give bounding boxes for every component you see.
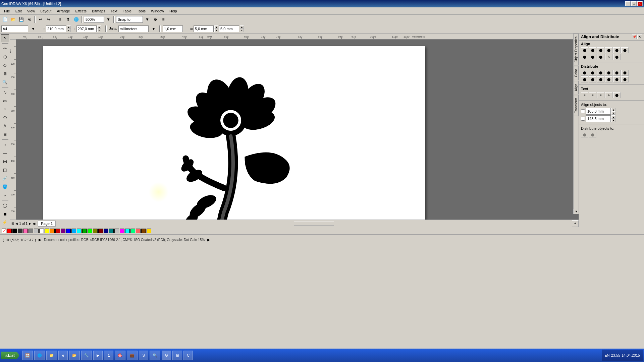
nudge-value[interactable]: 1,0 mm [163, 25, 183, 32]
color-swatch-gold[interactable] [147, 229, 151, 233]
taskbar-cdr[interactable]: C [183, 351, 193, 360]
import-button[interactable]: ⬇ [56, 16, 64, 23]
color-swatch-ltgreen[interactable] [88, 229, 92, 233]
align-x-input[interactable]: 105,0 mm [586, 108, 611, 115]
start-button[interactable]: start [1, 352, 19, 359]
dist-obj-btn2[interactable]: ⬤ [589, 132, 596, 138]
text-tool[interactable]: A [1, 122, 9, 130]
menu-table[interactable]: Table [120, 8, 134, 14]
text-align-right[interactable]: ≡ [597, 92, 604, 98]
ellipse-tool[interactable]: ○ [1, 105, 9, 113]
color-swatch-dark[interactable] [18, 229, 22, 233]
color-swatch-teal[interactable] [109, 229, 114, 233]
align-opt4[interactable]: A [605, 54, 612, 60]
canvas-area[interactable]: Mouse button left Mouse button left Mous… [16, 40, 579, 220]
smart-fill-tool[interactable]: ⬦ [1, 191, 9, 199]
taskbar-explorer[interactable]: 📁 [46, 351, 57, 360]
smart-draw-tool[interactable]: ⬡ [1, 53, 9, 61]
taskbar-media[interactable]: ▶ [93, 351, 103, 360]
dist-btn4[interactable]: ⬤ [605, 70, 612, 76]
no-fill-swatch[interactable] [2, 229, 6, 233]
maximize-button[interactable]: □ [631, 1, 637, 6]
text-align-left[interactable]: ≡ [581, 92, 588, 98]
vscroll-down[interactable]: ▼ [574, 209, 579, 214]
tab-color[interactable]: Color [573, 66, 579, 80]
taskbar-app1[interactable]: 🎯 [115, 351, 125, 360]
taskbar-search[interactable]: 🔍 [150, 351, 160, 360]
units-select[interactable]: millimeters [118, 25, 149, 32]
connector-tool[interactable]: — [1, 149, 9, 157]
align-center-v-btn[interactable]: ⬤ [613, 47, 621, 53]
color-swatch-brown[interactable] [141, 229, 146, 233]
menu-edit[interactable]: Edit [13, 8, 24, 14]
color-swatch-coral[interactable] [136, 229, 141, 233]
snap-dropdown[interactable]: ▼ [144, 16, 151, 23]
zoom-tool[interactable]: 🔍 [1, 78, 9, 86]
x-value[interactable]: 210,0 mm [46, 25, 66, 32]
text-align-justify[interactable]: A [605, 92, 612, 98]
last-page-btn[interactable]: ⏭ [33, 222, 36, 226]
gx-down[interactable]: ▼ [214, 29, 218, 32]
color-swatch-yellow[interactable] [45, 229, 49, 233]
align-checkbox[interactable] [581, 109, 585, 113]
dist-btn9[interactable]: ⬤ [597, 76, 604, 82]
align-center-h-btn[interactable]: ⬤ [589, 47, 596, 53]
menu-bitmaps[interactable]: Bitmaps [89, 8, 108, 14]
color-swatch-red2[interactable] [55, 229, 60, 233]
zoom-in-btn[interactable]: + [572, 220, 579, 227]
color-swatch-ltblue[interactable] [71, 229, 76, 233]
color-swatch-x[interactable] [7, 229, 12, 233]
tab-object-properties[interactable]: Object Properties [573, 34, 579, 65]
color-swatch-cyan[interactable] [77, 229, 82, 233]
color-swatch-lightgray[interactable] [34, 229, 39, 233]
align-opt2[interactable]: ⬤ [589, 54, 596, 60]
dist-btn5[interactable]: ⬤ [613, 70, 621, 76]
dist-obj-btn1[interactable]: ⬤ [581, 132, 588, 138]
minimize-button[interactable]: ─ [625, 1, 631, 6]
color-swatch-olive[interactable] [93, 229, 98, 233]
menu-text[interactable]: Text [108, 8, 120, 14]
panel-pin-btn[interactable]: 📌 [632, 35, 637, 39]
dist-btn2[interactable]: ⬤ [589, 70, 596, 76]
add-page-icon[interactable]: ⊞ [11, 222, 14, 225]
menu-view[interactable]: View [24, 8, 38, 14]
menu-file[interactable]: File [1, 8, 13, 14]
fill-dialog-tool[interactable]: ◼ [1, 210, 9, 218]
color-swatch-pink[interactable] [23, 229, 28, 233]
print-button[interactable]: 🖨 [25, 16, 33, 23]
dist-btn1[interactable]: ⬤ [581, 70, 588, 76]
menu-arrange[interactable]: Arrange [54, 8, 72, 14]
align-opt5[interactable]: ⬤ [613, 54, 621, 60]
color-swatch-blue[interactable] [66, 229, 71, 233]
align-bottom-btn[interactable]: ⬤ [621, 47, 629, 53]
tab-align[interactable]: Align [573, 81, 579, 94]
hscroll-thumb[interactable] [294, 222, 334, 226]
outline-tool[interactable]: ◯ [1, 201, 9, 209]
grid-x-value[interactable]: 5,0 mm [194, 25, 214, 32]
dist-btn11[interactable]: ⬤ [613, 76, 621, 82]
taskbar-app2[interactable]: 💼 [127, 351, 138, 360]
polygon-tool[interactable]: ⬠ [1, 114, 9, 122]
menu-window[interactable]: Window [148, 8, 167, 14]
shape-tool[interactable]: ◇ [1, 61, 9, 69]
dist-btn3[interactable]: ⬤ [597, 70, 604, 76]
color-swatch-navy[interactable] [104, 229, 108, 233]
selector-dropdown[interactable]: ▼ [30, 25, 37, 33]
taskbar-monitor[interactable]: 🖥 [172, 351, 182, 360]
gx-up[interactable]: ▲ [214, 25, 218, 29]
align-y-up[interactable]: ▲ [611, 115, 615, 119]
export-button[interactable]: ⬆ [64, 16, 72, 23]
taskbar-tools[interactable]: 🔧 [81, 351, 92, 360]
color-swatch-purple[interactable] [61, 229, 65, 233]
object-selector[interactable]: A4 [1, 25, 28, 32]
select-tool[interactable]: ↖ [1, 34, 9, 42]
save-button[interactable]: 💾 [17, 16, 25, 23]
align-x-down[interactable]: ▼ [611, 111, 615, 115]
color-swatch-gray[interactable] [29, 229, 33, 233]
color-swatch-orange[interactable] [50, 229, 55, 233]
parallel-dim-tool[interactable]: ↔ [1, 141, 9, 149]
close-button[interactable]: ✕ [637, 1, 643, 6]
gy-up[interactable]: ▲ [240, 25, 244, 29]
curve-tool[interactable]: ∿ [1, 88, 9, 97]
interactive-tool[interactable]: ⚡ [1, 218, 9, 226]
